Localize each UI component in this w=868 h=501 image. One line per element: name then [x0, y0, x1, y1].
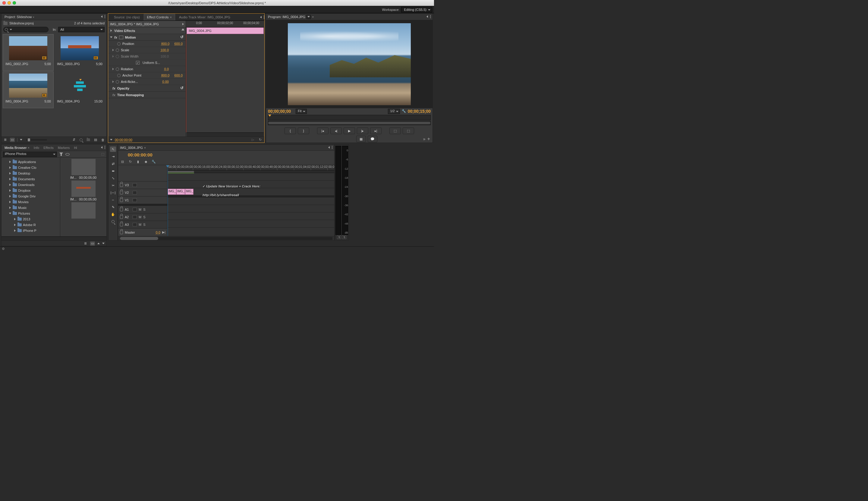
timeline-playhead[interactable] — [168, 165, 168, 236]
close-icon[interactable]: × — [312, 15, 314, 19]
ingest-icon[interactable]: ⬚ — [100, 152, 105, 157]
timecode-menu-icon[interactable] — [110, 139, 112, 140]
lock-icon[interactable] — [120, 198, 123, 202]
reset-icon[interactable] — [180, 35, 184, 40]
track-toggle[interactable] — [132, 198, 137, 202]
media-item[interactable]: IM...00;00;05;00 — [62, 181, 105, 202]
slide-tool-icon[interactable]: ↔ — [110, 197, 116, 203]
mb-tab[interactable]: Hi — [72, 145, 79, 150]
program-zoom-bar[interactable] — [268, 121, 431, 125]
mb-tab[interactable]: Effects — [42, 145, 55, 150]
zoom-fit-combo[interactable]: Fit — [296, 109, 307, 114]
track-toggle[interactable] — [132, 208, 137, 211]
tree-folder[interactable]: 2013 — [1, 216, 60, 222]
program-tc-left[interactable]: 00;00;00;00 — [268, 109, 291, 114]
panel-menu-icon[interactable] — [101, 146, 105, 150]
reset-icon[interactable] — [180, 86, 184, 90]
marker-icon[interactable]: ▮ — [136, 160, 140, 164]
ec-loop-icon[interactable]: ↻ — [258, 138, 262, 142]
mark-in-button[interactable]: { — [285, 128, 296, 134]
effect-controls-tab[interactable]: Effect Controls× — [144, 14, 175, 21]
disclosure-icon[interactable] — [9, 161, 11, 163]
rotation-value[interactable]: 0.0 — [164, 67, 169, 71]
tree-folder[interactable]: Creative Clo — [1, 164, 60, 170]
slip-tool-icon[interactable]: |↔| — [110, 190, 116, 195]
tree-folder[interactable]: Adobe R — [1, 222, 60, 227]
chevron-up-icon[interactable] — [181, 28, 184, 30]
panel-menu-icon[interactable] — [427, 15, 431, 19]
playhead-icon[interactable] — [268, 115, 271, 117]
timeline-clip[interactable]: IMG_000 — [176, 189, 185, 195]
video-track-header[interactable]: V2 — [118, 189, 167, 196]
selection-tool-icon[interactable]: ↖ — [110, 147, 116, 152]
anchor-y-value[interactable]: 600.0 — [174, 74, 183, 77]
settings-icon[interactable]: 🔧 — [151, 160, 156, 164]
tree-folder[interactable]: Pictures — [1, 210, 60, 216]
lock-icon[interactable] — [120, 215, 123, 219]
media-thumbnails[interactable]: IM...00;00;05;00IM...00;00;05;00 — [60, 158, 106, 236]
timeline-clip[interactable]: IMG_000 — [168, 189, 176, 195]
master-track-header[interactable]: Master0.0▶| — [118, 228, 167, 236]
disclosure-icon[interactable] — [112, 49, 114, 51]
work-area-bar[interactable] — [168, 171, 334, 173]
tree-folder[interactable]: Dropbox — [1, 188, 60, 193]
thumbnail-size-slider[interactable] — [26, 139, 47, 140]
track-select-tool-icon[interactable]: ⇥ — [110, 154, 116, 159]
disclosure-icon[interactable] — [9, 178, 11, 180]
v1-track[interactable]: IMG_000IMG_000IMG_000 — [168, 188, 334, 196]
disclosure-icon[interactable] — [14, 224, 16, 226]
status-gear-icon[interactable]: ⚙ — [2, 247, 6, 250]
add-button-icon[interactable]: + — [427, 136, 430, 142]
uniform-scale-checkbox[interactable] — [136, 61, 140, 64]
add-marker-icon[interactable]: ◆ — [143, 160, 148, 164]
mb-tab[interactable]: Info — [32, 145, 41, 150]
disclosure-icon[interactable] — [9, 206, 11, 209]
track-toggle[interactable] — [132, 223, 137, 226]
position-y-value[interactable]: 600.0 — [174, 42, 183, 45]
export-frame-button[interactable]: 💬 — [368, 136, 377, 142]
drive-selector[interactable]: iPhone Photos — [3, 152, 57, 157]
disclosure-icon[interactable] — [14, 218, 16, 220]
audio-mixer-tab[interactable]: Audio Track Mixer: IMG_0004.JPG — [176, 14, 234, 21]
collapse-icon[interactable] — [111, 30, 112, 32]
folder-tree[interactable]: ApplicationsCreative CloDesktopDocuments… — [1, 158, 60, 236]
project-item[interactable]: IMG_0003.JPG5;00 — [54, 34, 105, 71]
transform-icon[interactable] — [119, 35, 123, 39]
program-scrubber[interactable] — [268, 115, 431, 120]
master-volume[interactable]: 0.0 — [156, 231, 160, 234]
snap-icon[interactable]: ⊟ — [120, 160, 125, 164]
stopwatch-icon[interactable] — [116, 80, 119, 84]
stopwatch-icon[interactable] — [116, 49, 119, 52]
sequence-tab[interactable]: IMG_0004.JPG — [120, 146, 143, 150]
list-view-icon[interactable]: ≣ — [83, 242, 88, 246]
track-toggle[interactable] — [132, 215, 137, 219]
anchor-x-value[interactable]: 800.0 — [161, 74, 170, 77]
new-item-icon[interactable]: ▤ — [93, 138, 98, 142]
ec-time-ruler[interactable]: 0;0000;00;02;0000;00;04;00 — [186, 21, 264, 28]
disclosure-icon[interactable] — [9, 189, 11, 192]
disclosure-icon[interactable] — [9, 213, 11, 214]
position-x-value[interactable]: 800.0 — [161, 42, 170, 45]
resolution-combo[interactable]: 1/2 — [388, 109, 400, 114]
time-ruler[interactable]: 00;0000;00;08;0000;00;16;0000;00;24;0000… — [168, 165, 334, 171]
solo-right-button[interactable]: S — [342, 235, 346, 239]
trash-icon[interactable]: 🗑 — [100, 138, 105, 142]
stopwatch-icon[interactable] — [116, 67, 119, 71]
preview-toggle-icon[interactable] — [65, 153, 69, 156]
timeline-scrollbar[interactable] — [120, 237, 332, 240]
rate-stretch-tool-icon[interactable]: ⤡ — [110, 175, 116, 181]
ec-play-icon[interactable]: ▷ — [250, 138, 255, 142]
settings-icon[interactable]: 🔧 — [402, 109, 406, 113]
ec-clip-bar[interactable]: IMG_0004.JPG — [186, 28, 264, 34]
hand-tool-icon[interactable]: ✋ — [110, 212, 116, 217]
track-toggle[interactable] — [132, 183, 137, 187]
panel-menu-icon[interactable] — [260, 16, 264, 19]
safe-margins-button[interactable]: ▦ — [356, 136, 366, 142]
list-view-icon[interactable]: ≣ — [3, 138, 8, 142]
video-track-header[interactable]: V3 — [118, 181, 167, 189]
lock-icon[interactable] — [120, 183, 123, 187]
disclosure-icon[interactable] — [9, 167, 11, 169]
extract-button[interactable]: ⬚ — [403, 128, 414, 134]
auto-match-icon[interactable]: ⇵ — [72, 138, 76, 142]
program-tab[interactable]: Program: IMG_0004.JPG — [268, 15, 305, 19]
